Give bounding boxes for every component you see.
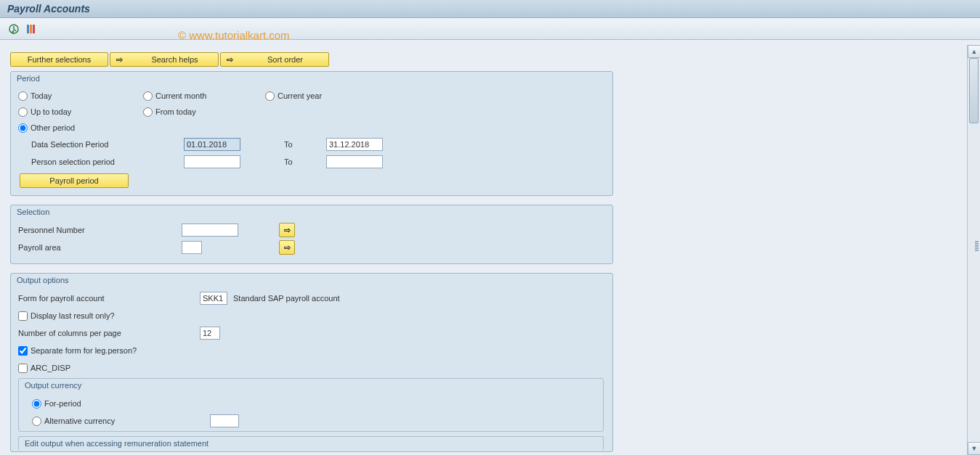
alternative-currency-radio[interactable] [32, 417, 41, 426]
scroll-thumb[interactable] [969, 58, 979, 123]
current-month-label: Current month [155, 91, 206, 100]
payroll-area-input[interactable] [182, 241, 202, 254]
sort-order-button[interactable]: ⇨ Sort order [220, 52, 329, 67]
current-year-radio[interactable] [265, 91, 275, 101]
separate-form-checkbox[interactable] [18, 346, 28, 356]
arrow-right-icon: ⇨ [116, 55, 123, 65]
content-area: Further selections ⇨ Search helps ⇨ Sort… [0, 45, 967, 455]
form-payroll-account-desc: Standard SAP payroll account [233, 294, 340, 303]
period-group-title: Period [11, 72, 612, 85]
selection-group: Selection Personnel Number ⇨ Payroll are… [10, 205, 613, 264]
form-payroll-account-input[interactable] [200, 292, 227, 305]
person-selection-from-input[interactable] [184, 155, 240, 168]
current-year-label: Current year [278, 91, 322, 100]
selection-group-title: Selection [11, 205, 612, 218]
payroll-period-label: Payroll period [49, 176, 98, 185]
personnel-number-more-button[interactable]: ⇨ [279, 223, 295, 237]
num-columns-input[interactable] [200, 327, 220, 340]
for-period-radio[interactable] [32, 399, 41, 409]
current-month-radio[interactable] [143, 91, 153, 101]
to-label-1: To [284, 140, 313, 149]
from-today-label: From today [155, 107, 196, 116]
scroll-grip-icon [975, 241, 979, 257]
up-to-today-label: Up to today [31, 107, 71, 116]
person-selection-to-input[interactable] [326, 155, 383, 168]
scroll-down-button[interactable]: ▼ [968, 442, 980, 455]
scroll-up-button[interactable]: ▲ [968, 45, 980, 58]
from-today-radio[interactable] [143, 107, 153, 117]
today-radio[interactable] [18, 91, 28, 101]
period-group: Period Today Current month Current year [10, 71, 613, 196]
output-currency-title: Output currency [19, 379, 603, 392]
display-last-result-label: Display last result only? [31, 311, 115, 320]
page-title: Payroll Accounts [7, 3, 90, 15]
to-label-2: To [284, 157, 313, 166]
separate-form-label: Separate form for leg.person? [31, 346, 137, 355]
arrow-right-icon: ⇨ [227, 55, 233, 65]
num-columns-label: Number of columns per page [18, 329, 200, 337]
other-period-label: Other period [31, 123, 75, 132]
other-period-radio[interactable] [18, 123, 28, 133]
for-period-label: For-period [44, 399, 81, 408]
top-buttons-row: Further selections ⇨ Search helps ⇨ Sort… [10, 52, 957, 67]
search-helps-button[interactable]: ⇨ Search helps [110, 52, 219, 67]
payroll-area-label: Payroll area [18, 243, 182, 252]
data-selection-to-input[interactable] [326, 138, 383, 151]
page-title-bar: Payroll Accounts [0, 0, 980, 18]
search-helps-label: Search helps [137, 55, 212, 64]
personnel-number-label: Personnel Number [18, 226, 182, 234]
further-selections-label: Further selections [28, 55, 91, 64]
payroll-period-button[interactable]: Payroll period [20, 173, 129, 188]
payroll-area-more-button[interactable]: ⇨ [279, 240, 295, 255]
output-options-group: Output options Form for payroll account … [10, 273, 613, 452]
svg-rect-3 [33, 25, 35, 33]
further-selections-button[interactable]: Further selections [10, 52, 108, 67]
arrow-right-icon: ⇨ [284, 226, 291, 235]
alternative-currency-label: Alternative currency [44, 417, 210, 425]
today-label: Today [31, 91, 52, 100]
alternative-currency-input[interactable] [210, 414, 239, 427]
vertical-scrollbar[interactable]: ▲ ▼ [967, 45, 980, 455]
execute-icon[interactable] [7, 22, 20, 36]
form-payroll-account-label: Form for payroll account [18, 294, 200, 303]
arc-disp-checkbox[interactable] [18, 364, 28, 373]
edit-output-title: Edit output when accessing remuneration … [19, 437, 603, 450]
output-options-title: Output options [11, 274, 612, 287]
edit-output-group: Edit output when accessing remuneration … [18, 436, 604, 450]
data-selection-period-label: Data Selection Period [31, 140, 184, 149]
person-selection-period-label: Person selection period [31, 157, 184, 166]
sort-order-label: Sort order [248, 55, 323, 64]
output-currency-group: Output currency For-period Alternative c… [18, 378, 604, 432]
personnel-number-input[interactable] [182, 224, 238, 237]
display-last-result-checkbox[interactable] [18, 311, 28, 321]
arc-disp-label: ARC_DISP [31, 364, 70, 372]
toolbar [0, 18, 980, 40]
svg-rect-2 [30, 25, 32, 33]
arrow-right-icon: ⇨ [284, 243, 291, 253]
up-to-today-radio[interactable] [18, 107, 28, 117]
svg-rect-1 [27, 25, 29, 33]
variant-icon[interactable] [25, 22, 38, 36]
data-selection-from-input[interactable] [184, 138, 240, 151]
